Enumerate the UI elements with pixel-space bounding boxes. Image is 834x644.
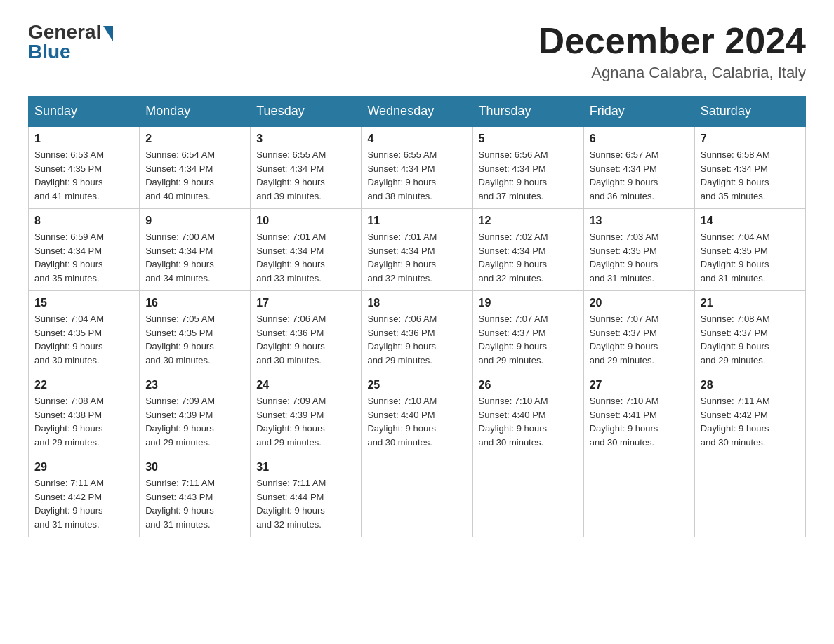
day-info: Sunrise: 7:04 AMSunset: 4:35 PMDaylight:… (34, 312, 133, 367)
location-subtitle: Agnana Calabra, Calabria, Italy (538, 64, 806, 82)
calendar-day-cell: 6Sunrise: 6:57 AMSunset: 4:34 PMDaylight… (583, 126, 694, 209)
day-number: 4 (367, 133, 466, 145)
day-number: 29 (34, 461, 133, 474)
calendar-day-cell: 15Sunrise: 7:04 AMSunset: 4:35 PMDayligh… (29, 291, 140, 373)
calendar-day-cell: 1Sunrise: 6:53 AMSunset: 4:35 PMDaylight… (29, 126, 140, 209)
day-info: Sunrise: 7:01 AMSunset: 4:34 PMDaylight:… (256, 230, 355, 285)
day-number: 2 (145, 133, 244, 145)
calendar-day-cell: 23Sunrise: 7:09 AMSunset: 4:39 PMDayligh… (140, 373, 251, 455)
day-number: 26 (479, 379, 578, 391)
day-info: Sunrise: 7:07 AMSunset: 4:37 PMDaylight:… (590, 312, 689, 367)
day-number: 13 (590, 215, 689, 227)
day-number: 20 (590, 297, 689, 309)
calendar-table: SundayMondayTuesdayWednesdayThursdayFrid… (28, 96, 806, 537)
column-header-tuesday: Tuesday (251, 97, 362, 127)
calendar-day-cell: 25Sunrise: 7:10 AMSunset: 4:40 PMDayligh… (362, 373, 472, 455)
calendar-day-cell: 19Sunrise: 7:07 AMSunset: 4:37 PMDayligh… (472, 291, 583, 373)
day-number: 31 (256, 461, 355, 474)
day-number: 23 (145, 379, 244, 391)
logo-triangle-icon (103, 26, 113, 41)
calendar-day-cell: 4Sunrise: 6:55 AMSunset: 4:34 PMDaylight… (362, 126, 472, 209)
month-year-title: December 2024 (538, 21, 806, 61)
day-info: Sunrise: 7:04 AMSunset: 4:35 PMDaylight:… (701, 230, 800, 285)
day-info: Sunrise: 6:56 AMSunset: 4:34 PMDaylight:… (479, 148, 578, 203)
day-number: 17 (256, 297, 355, 309)
day-info: Sunrise: 7:02 AMSunset: 4:34 PMDaylight:… (479, 230, 578, 285)
day-info: Sunrise: 6:54 AMSunset: 4:34 PMDaylight:… (145, 148, 244, 203)
calendar-day-cell (583, 455, 694, 537)
day-info: Sunrise: 7:08 AMSunset: 4:38 PMDaylight:… (34, 394, 133, 449)
calendar-day-cell: 17Sunrise: 7:06 AMSunset: 4:36 PMDayligh… (251, 291, 362, 373)
day-number: 21 (701, 297, 800, 309)
calendar-day-cell: 11Sunrise: 7:01 AMSunset: 4:34 PMDayligh… (362, 209, 472, 291)
calendar-day-cell: 7Sunrise: 6:58 AMSunset: 4:34 PMDaylight… (694, 126, 805, 209)
calendar-day-cell: 27Sunrise: 7:10 AMSunset: 4:41 PMDayligh… (583, 373, 694, 455)
calendar-day-cell: 2Sunrise: 6:54 AMSunset: 4:34 PMDaylight… (140, 126, 251, 209)
day-info: Sunrise: 6:55 AMSunset: 4:34 PMDaylight:… (367, 148, 466, 203)
logo-blue-text: Blue (28, 41, 71, 63)
column-header-saturday: Saturday (694, 97, 805, 127)
calendar-day-cell: 29Sunrise: 7:11 AMSunset: 4:42 PMDayligh… (29, 455, 140, 537)
day-info: Sunrise: 7:11 AMSunset: 4:42 PMDaylight:… (701, 394, 800, 449)
day-info: Sunrise: 6:58 AMSunset: 4:34 PMDaylight:… (701, 148, 800, 203)
column-header-friday: Friday (583, 97, 694, 127)
day-number: 15 (34, 297, 133, 309)
day-info: Sunrise: 7:11 AMSunset: 4:43 PMDaylight:… (145, 476, 244, 531)
day-number: 10 (256, 215, 355, 227)
calendar-day-cell: 3Sunrise: 6:55 AMSunset: 4:34 PMDaylight… (251, 126, 362, 209)
calendar-day-cell: 13Sunrise: 7:03 AMSunset: 4:35 PMDayligh… (583, 209, 694, 291)
day-number: 16 (145, 297, 244, 309)
calendar-day-cell: 26Sunrise: 7:10 AMSunset: 4:40 PMDayligh… (472, 373, 583, 455)
calendar-header-row: SundayMondayTuesdayWednesdayThursdayFrid… (29, 97, 806, 127)
day-number: 22 (34, 379, 133, 391)
calendar-day-cell: 31Sunrise: 7:11 AMSunset: 4:44 PMDayligh… (251, 455, 362, 537)
day-info: Sunrise: 7:01 AMSunset: 4:34 PMDaylight:… (367, 230, 466, 285)
day-info: Sunrise: 7:10 AMSunset: 4:40 PMDaylight:… (479, 394, 578, 449)
day-info: Sunrise: 7:11 AMSunset: 4:42 PMDaylight:… (34, 476, 133, 531)
calendar-week-row: 8Sunrise: 6:59 AMSunset: 4:34 PMDaylight… (29, 209, 806, 291)
calendar-day-cell: 30Sunrise: 7:11 AMSunset: 4:43 PMDayligh… (140, 455, 251, 537)
calendar-day-cell (694, 455, 805, 537)
calendar-week-row: 29Sunrise: 7:11 AMSunset: 4:42 PMDayligh… (29, 455, 806, 537)
day-info: Sunrise: 7:11 AMSunset: 4:44 PMDaylight:… (256, 476, 355, 531)
page-header: General Blue December 2024 Agnana Calabr… (28, 21, 806, 82)
calendar-day-cell: 12Sunrise: 7:02 AMSunset: 4:34 PMDayligh… (472, 209, 583, 291)
day-info: Sunrise: 7:05 AMSunset: 4:35 PMDaylight:… (145, 312, 244, 367)
day-info: Sunrise: 7:06 AMSunset: 4:36 PMDaylight:… (367, 312, 466, 367)
day-number: 27 (590, 379, 689, 391)
day-number: 6 (590, 133, 689, 145)
day-number: 19 (479, 297, 578, 309)
title-area: December 2024 Agnana Calabra, Calabria, … (538, 21, 806, 82)
calendar-day-cell: 9Sunrise: 7:00 AMSunset: 4:34 PMDaylight… (140, 209, 251, 291)
calendar-day-cell: 21Sunrise: 7:08 AMSunset: 4:37 PMDayligh… (694, 291, 805, 373)
calendar-week-row: 15Sunrise: 7:04 AMSunset: 4:35 PMDayligh… (29, 291, 806, 373)
day-info: Sunrise: 7:00 AMSunset: 4:34 PMDaylight:… (145, 230, 244, 285)
column-header-monday: Monday (140, 97, 251, 127)
calendar-day-cell: 20Sunrise: 7:07 AMSunset: 4:37 PMDayligh… (583, 291, 694, 373)
calendar-day-cell (472, 455, 583, 537)
day-info: Sunrise: 7:03 AMSunset: 4:35 PMDaylight:… (590, 230, 689, 285)
day-info: Sunrise: 6:57 AMSunset: 4:34 PMDaylight:… (590, 148, 689, 203)
calendar-day-cell: 28Sunrise: 7:11 AMSunset: 4:42 PMDayligh… (694, 373, 805, 455)
column-header-wednesday: Wednesday (362, 97, 472, 127)
day-number: 7 (701, 133, 800, 145)
day-info: Sunrise: 6:53 AMSunset: 4:35 PMDaylight:… (34, 148, 133, 203)
day-number: 30 (145, 461, 244, 474)
day-number: 28 (701, 379, 800, 391)
day-number: 18 (367, 297, 466, 309)
day-info: Sunrise: 7:06 AMSunset: 4:36 PMDaylight:… (256, 312, 355, 367)
day-info: Sunrise: 7:08 AMSunset: 4:37 PMDaylight:… (701, 312, 800, 367)
day-number: 5 (479, 133, 578, 145)
calendar-day-cell: 16Sunrise: 7:05 AMSunset: 4:35 PMDayligh… (140, 291, 251, 373)
day-number: 11 (367, 215, 466, 227)
day-number: 8 (34, 215, 133, 227)
calendar-day-cell: 18Sunrise: 7:06 AMSunset: 4:36 PMDayligh… (362, 291, 472, 373)
calendar-day-cell (362, 455, 472, 537)
day-info: Sunrise: 7:10 AMSunset: 4:40 PMDaylight:… (367, 394, 466, 449)
day-info: Sunrise: 7:07 AMSunset: 4:37 PMDaylight:… (479, 312, 578, 367)
day-info: Sunrise: 7:10 AMSunset: 4:41 PMDaylight:… (590, 394, 689, 449)
day-number: 1 (34, 133, 133, 145)
day-info: Sunrise: 7:09 AMSunset: 4:39 PMDaylight:… (145, 394, 244, 449)
calendar-day-cell: 10Sunrise: 7:01 AMSunset: 4:34 PMDayligh… (251, 209, 362, 291)
calendar-day-cell: 14Sunrise: 7:04 AMSunset: 4:35 PMDayligh… (694, 209, 805, 291)
